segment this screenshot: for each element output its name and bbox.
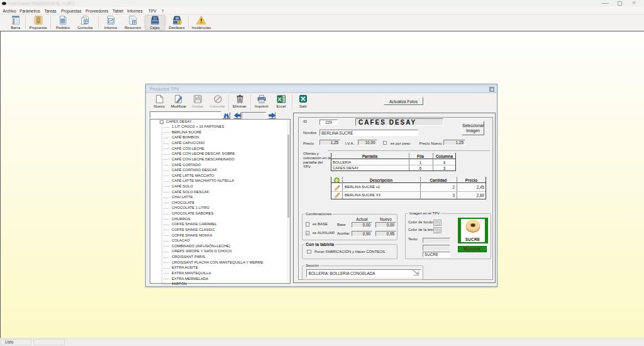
svg-text:X: X xyxy=(277,96,281,103)
